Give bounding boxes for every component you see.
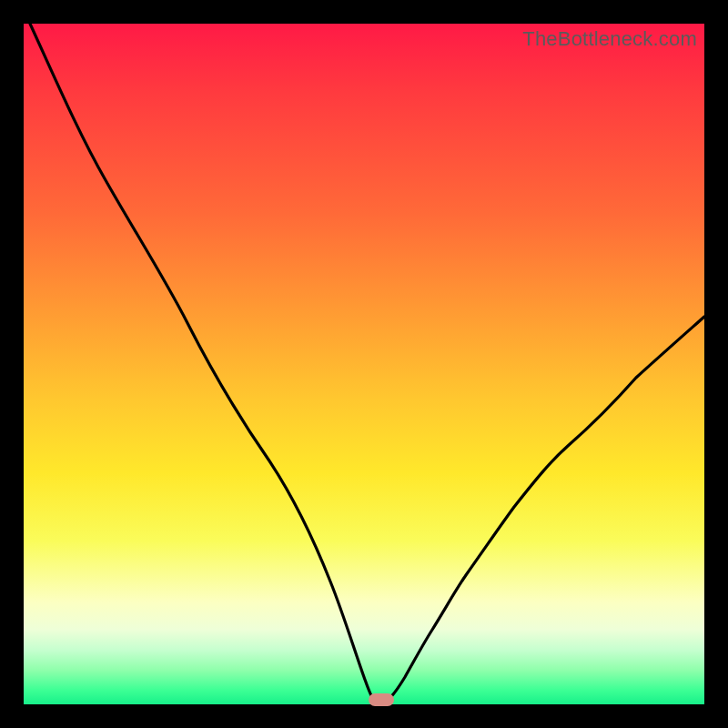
optimal-marker bbox=[369, 693, 394, 706]
plot-area: TheBottleneck.com bbox=[24, 24, 704, 704]
chart-frame: TheBottleneck.com bbox=[0, 0, 728, 728]
bottleneck-curve bbox=[24, 24, 704, 704]
